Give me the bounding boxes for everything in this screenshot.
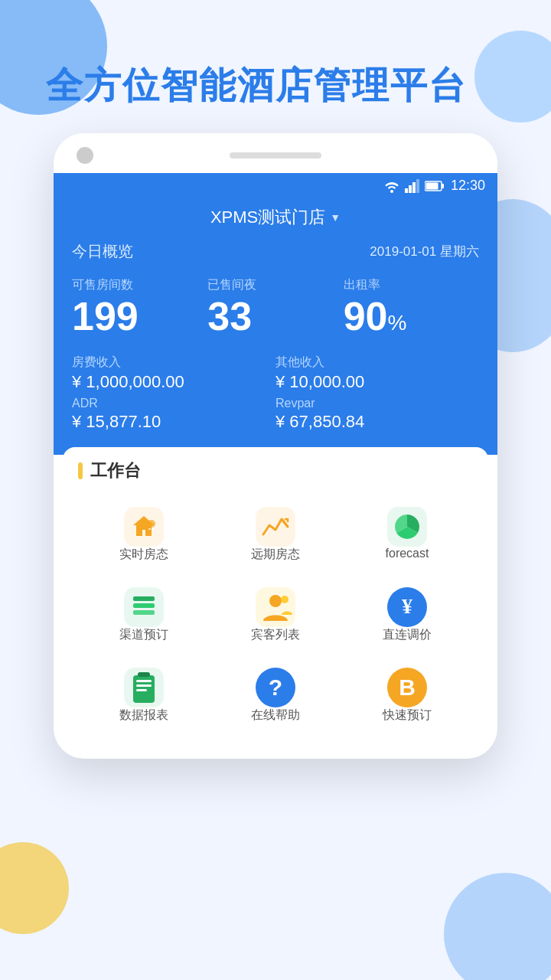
- clipboard-icon: [124, 668, 164, 707]
- workbench-title-bar: [78, 462, 83, 479]
- decorative-blob-bot-left: [0, 842, 69, 934]
- yen-icon: ¥: [387, 587, 427, 627]
- svg-rect-16: [133, 610, 155, 615]
- price-label: 直连调价: [383, 627, 432, 643]
- report-label: 数据报表: [119, 707, 168, 724]
- workbench-title: 工作台: [78, 459, 473, 482]
- stat-available-rooms-value: 199: [72, 296, 207, 336]
- phone-speaker: [230, 152, 321, 158]
- status-time: 12:30: [451, 178, 485, 194]
- finance-revpar-label: Revpar: [276, 397, 479, 410]
- stat-available-rooms: 可售房间数 199: [72, 277, 207, 336]
- stats-row: 可售房间数 199 已售间夜 33 出租率 90%: [72, 277, 479, 336]
- workbench-item-channel[interactable]: 渠道预订: [78, 575, 210, 655]
- store-name: XPMS测试门店 ▼: [72, 206, 479, 229]
- overview-header: 今日概览 2019-01-01 星期六: [72, 241, 479, 262]
- overview-title: 今日概览: [72, 241, 133, 262]
- workbench-item-help[interactable]: ? 在线帮助: [210, 655, 341, 736]
- realtime-label: 实时房态: [119, 547, 168, 563]
- finance-other-revenue-label: 其他收入: [276, 354, 479, 371]
- help-label: 在线帮助: [251, 707, 300, 724]
- svg-rect-27: [138, 672, 150, 677]
- page-title: 全方位智能酒店管理平台: [0, 0, 551, 133]
- svg-rect-0: [405, 188, 408, 193]
- question-icon: ?: [256, 668, 295, 707]
- store-arrow-icon: ▼: [330, 211, 341, 224]
- status-icons: [383, 179, 445, 193]
- svg-rect-11: [256, 507, 295, 547]
- battery-icon: [425, 180, 445, 192]
- svg-rect-5: [425, 182, 438, 189]
- house-icon: [124, 507, 164, 547]
- finance-adr: ADR ¥ 15,877.10: [72, 397, 276, 432]
- finance-row-2: ADR ¥ 15,877.10 Revpar ¥ 67,850.84: [72, 397, 479, 432]
- finance-room-revenue-label: 房费收入: [72, 354, 276, 371]
- svg-point-18: [269, 595, 282, 607]
- svg-rect-2: [412, 182, 416, 193]
- finance-row-1: 房费收入 ¥ 1,000,000.00 其他收入 ¥ 10,000.00: [72, 354, 479, 392]
- finance-room-revenue: 房费收入 ¥ 1,000,000.00: [72, 354, 276, 392]
- workbench-item-forecast[interactable]: forecast: [341, 495, 473, 575]
- people-icon: [256, 587, 295, 627]
- finance-revpar-value: ¥ 67,850.84: [276, 412, 479, 432]
- guest-label: 宾客列表: [251, 627, 300, 643]
- phone-top-bar: [54, 133, 497, 173]
- svg-rect-1: [409, 185, 412, 193]
- wifi-icon: [383, 179, 400, 193]
- workbench-item-report[interactable]: 数据报表: [78, 655, 210, 736]
- svg-rect-9: [148, 528, 151, 530]
- svg-rect-10: [152, 528, 154, 530]
- svg-rect-15: [133, 603, 155, 608]
- stat-available-rooms-label: 可售房间数: [72, 277, 207, 293]
- stat-sold-rooms-label: 已售间夜: [207, 277, 343, 293]
- svg-text:B: B: [399, 675, 416, 700]
- svg-rect-6: [442, 184, 444, 188]
- workbench-item-realtime[interactable]: 实时房态: [78, 495, 210, 575]
- workbench-item-price[interactable]: ¥ 直连调价: [341, 575, 473, 655]
- svg-text:¥: ¥: [402, 594, 412, 618]
- phone-mockup: 12:30 XPMS测试门店 ▼ 今日概览 2019-01-01 星期六 可售房…: [54, 133, 497, 759]
- decorative-blob-bot-right: [444, 873, 551, 980]
- finance-adr-label: ADR: [72, 397, 276, 410]
- svg-rect-3: [416, 179, 419, 193]
- blue-header: XPMS测试门店 ▼ 今日概览 2019-01-01 星期六 可售房间数 199…: [54, 198, 497, 455]
- stat-occupancy-label: 出租率: [344, 277, 479, 293]
- signal-icon: [405, 179, 420, 193]
- phone-camera: [77, 147, 93, 164]
- stat-occupancy-value: 90%: [344, 296, 479, 336]
- svg-rect-24: [136, 680, 152, 682]
- stat-occupancy: 出租率 90%: [344, 277, 479, 336]
- b-circle-icon: B: [387, 668, 427, 707]
- finance-room-revenue-value: ¥ 1,000,000.00: [72, 372, 276, 392]
- svg-point-19: [281, 596, 289, 603]
- workbench-item-future[interactable]: 远期房态: [210, 495, 341, 575]
- workbench-item-guest[interactable]: 宾客列表: [210, 575, 341, 655]
- booking-label: 快速预订: [383, 707, 432, 724]
- status-bar: 12:30: [54, 173, 497, 198]
- finance-other-revenue-value: ¥ 10,000.00: [276, 372, 479, 392]
- layers-icon: [124, 587, 164, 627]
- finance-revpar: Revpar ¥ 67,850.84: [276, 397, 479, 432]
- pie-icon: [387, 507, 427, 547]
- svg-rect-25: [136, 684, 152, 687]
- svg-rect-26: [136, 689, 147, 691]
- future-label: 远期房态: [251, 547, 300, 563]
- chart-icon: [256, 507, 295, 547]
- finance-section: 房费收入 ¥ 1,000,000.00 其他收入 ¥ 10,000.00 ADR…: [72, 354, 479, 432]
- icon-grid: 实时房态 远期房态: [78, 495, 473, 736]
- workbench-item-booking[interactable]: B 快速预订: [341, 655, 473, 736]
- forecast-label: forecast: [386, 547, 429, 560]
- finance-other-revenue: 其他收入 ¥ 10,000.00: [276, 354, 479, 392]
- channel-label: 渠道预订: [119, 627, 168, 643]
- stat-sold-rooms-value: 33: [207, 296, 343, 336]
- svg-text:?: ?: [269, 675, 282, 700]
- svg-rect-14: [133, 596, 155, 601]
- svg-point-8: [148, 520, 155, 528]
- stat-sold-rooms: 已售间夜 33: [207, 277, 343, 336]
- overview-date: 2019-01-01 星期六: [370, 243, 479, 260]
- finance-adr-value: ¥ 15,877.10: [72, 412, 276, 432]
- workbench-section: 工作台 实时房态: [63, 447, 488, 743]
